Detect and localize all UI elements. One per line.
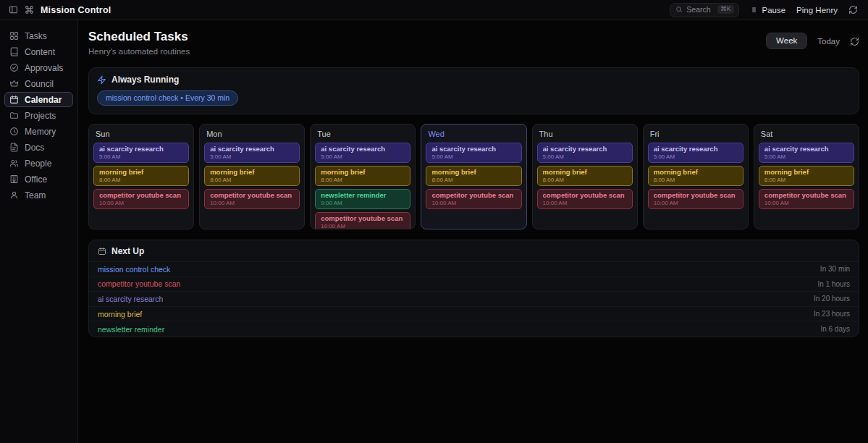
event-time: 10:00 AM xyxy=(543,200,627,206)
event-card[interactable]: morning brief8:00 AM xyxy=(204,166,300,186)
event-card[interactable]: competitor youtube scan10:00 AM xyxy=(537,189,633,209)
next-up-due: In 20 hours xyxy=(814,295,850,303)
sidebar-item-team[interactable]: Team xyxy=(4,187,73,203)
always-running-chip[interactable]: mission control check • Every 30 min xyxy=(97,90,238,106)
next-up-task-label: ai scarcity research xyxy=(98,295,163,303)
always-running-panel: Always Running mission control check • E… xyxy=(88,67,859,114)
event-time: 8:00 AM xyxy=(654,177,738,183)
sidebar-item-label: Content xyxy=(25,47,55,57)
sidebar-item-approvals[interactable]: Approvals xyxy=(4,60,73,75)
event-time: 5:00 AM xyxy=(764,153,848,160)
event-title: competitor youtube scan xyxy=(764,191,848,199)
event-card[interactable]: morning brief8:00 AM xyxy=(426,166,521,186)
next-up-header: Next Up xyxy=(89,240,859,262)
sidebar-item-council[interactable]: Council xyxy=(4,76,73,91)
week-view-button[interactable]: Week xyxy=(766,33,807,49)
page-subtitle: Henry's automated routines xyxy=(88,47,190,56)
event-card[interactable]: newsletter reminder9:00 AM xyxy=(315,189,410,209)
sidebar-item-office[interactable]: Office xyxy=(4,172,73,187)
sidebar-item-projects[interactable]: Projects xyxy=(4,108,73,123)
event-card[interactable]: ai scarcity research5:00 AM xyxy=(648,143,743,163)
main-content: Scheduled Tasks Henry's automated routin… xyxy=(78,20,868,443)
next-up-panel: Next Up mission control checkIn 30 minco… xyxy=(88,240,859,337)
event-time: 5:00 AM xyxy=(543,153,627,160)
event-card[interactable]: ai scarcity research5:00 AM xyxy=(204,143,300,163)
always-running-title: Always Running xyxy=(111,75,179,85)
sidebar-item-label: Team xyxy=(25,190,46,201)
event-card[interactable]: morning brief8:00 AM xyxy=(537,166,633,186)
search-input[interactable] xyxy=(686,5,714,14)
sidebar-item-memory[interactable]: Memory xyxy=(4,124,73,139)
event-card[interactable]: ai scarcity research5:00 AM xyxy=(93,143,189,163)
event-card[interactable]: morning brief8:00 AM xyxy=(93,166,189,186)
event-title: ai scarcity research xyxy=(764,145,848,153)
next-up-row[interactable]: newsletter reminderIn 6 days xyxy=(89,321,859,337)
refresh-icon[interactable] xyxy=(848,5,858,14)
book-icon xyxy=(9,47,19,56)
event-time: 10:00 AM xyxy=(654,200,738,206)
sidebar-item-label: Projects xyxy=(25,111,56,121)
event-title: competitor youtube scan xyxy=(543,191,627,199)
event-card[interactable]: competitor youtube scan10:00 AM xyxy=(315,212,410,229)
event-time: 8:00 AM xyxy=(543,177,627,183)
ping-henry-button[interactable]: Ping Henry xyxy=(796,6,838,14)
pause-button[interactable]: Pause xyxy=(750,6,786,14)
day-column-fri: Friai scarcity research5:00 AMmorning br… xyxy=(643,124,749,229)
event-card[interactable]: ai scarcity research5:00 AM xyxy=(537,143,633,163)
week-grid: Sunai scarcity research5:00 AMmorning br… xyxy=(88,124,859,229)
event-card[interactable]: competitor youtube scan10:00 AM xyxy=(93,189,189,209)
sidebar-item-label: Approvals xyxy=(25,63,63,73)
event-time: 8:00 AM xyxy=(99,177,183,183)
today-button[interactable]: Today xyxy=(816,34,841,48)
next-up-due: In 23 hours xyxy=(814,310,850,318)
search-icon xyxy=(675,6,683,13)
page-header: Scheduled Tasks Henry's automated routin… xyxy=(88,30,859,56)
building-icon xyxy=(9,174,19,184)
check-circle-icon xyxy=(9,63,19,72)
sidebar-item-tasks[interactable]: Tasks xyxy=(4,28,73,43)
mission-control-app: Mission Control ⌘K Pause Ping Henry Task… xyxy=(0,0,868,443)
event-card[interactable]: competitor youtube scan10:00 AM xyxy=(648,189,743,209)
event-card[interactable]: ai scarcity research5:00 AM xyxy=(426,143,521,163)
sidebar: TasksContentApprovalsCouncilCalendarProj… xyxy=(0,20,78,443)
next-up-row[interactable]: ai scarcity researchIn 20 hours xyxy=(89,292,859,307)
event-title: morning brief xyxy=(431,168,515,176)
next-up-row[interactable]: mission control checkIn 30 min xyxy=(89,262,859,277)
topbar-actions: ⌘K Pause Ping Henry xyxy=(670,3,858,17)
user-icon xyxy=(9,190,19,200)
event-card[interactable]: competitor youtube scan10:00 AM xyxy=(426,189,521,209)
event-title: ai scarcity research xyxy=(543,145,627,153)
event-card[interactable]: morning brief8:00 AM xyxy=(648,166,743,186)
next-up-row[interactable]: morning briefIn 23 hours xyxy=(89,307,859,322)
sidebar-item-label: Office xyxy=(25,174,47,185)
page-title: Scheduled Tasks xyxy=(88,30,190,44)
sidebar-item-calendar[interactable]: Calendar xyxy=(4,92,73,107)
event-time: 5:00 AM xyxy=(99,153,183,160)
event-time: 10:00 AM xyxy=(99,200,183,206)
event-card[interactable]: competitor youtube scan10:00 AM xyxy=(759,189,854,209)
sidebar-item-content[interactable]: Content xyxy=(4,44,73,59)
always-running-header: Always Running xyxy=(97,75,851,85)
sidebar-item-people[interactable]: People xyxy=(4,156,73,171)
day-label: Sat xyxy=(761,130,854,138)
next-up-row[interactable]: competitor youtube scanIn 1 hours xyxy=(89,277,859,292)
event-card[interactable]: ai scarcity research5:00 AM xyxy=(315,143,410,163)
sidebar-item-docs[interactable]: Docs xyxy=(4,140,73,155)
event-card[interactable]: competitor youtube scan10:00 AM xyxy=(204,189,300,209)
command-icon xyxy=(25,5,34,14)
event-card[interactable]: ai scarcity research5:00 AM xyxy=(759,143,854,163)
sidebar-toggle-icon[interactable] xyxy=(9,5,18,14)
sidebar-item-label: Calendar xyxy=(25,95,62,105)
view-controls: Week Today xyxy=(766,33,859,49)
day-label: Wed xyxy=(428,130,521,138)
event-card[interactable]: morning brief8:00 AM xyxy=(315,166,410,186)
search-box[interactable]: ⌘K xyxy=(670,3,738,17)
event-card[interactable]: morning brief8:00 AM xyxy=(759,166,854,186)
day-label: Sun xyxy=(96,130,189,138)
event-time: 5:00 AM xyxy=(210,153,294,160)
calendar-refresh-icon[interactable] xyxy=(850,36,859,46)
event-time: 10:00 AM xyxy=(764,200,848,206)
calendar-icon xyxy=(98,247,106,256)
folder-icon xyxy=(9,111,19,120)
event-time: 5:00 AM xyxy=(321,153,405,160)
